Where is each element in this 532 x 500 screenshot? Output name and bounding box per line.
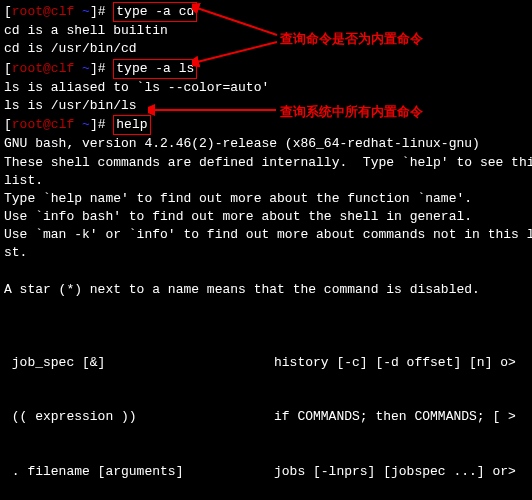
output-line: Use `man -k' or `info' to find out more … (4, 226, 528, 244)
annotation-1: 查询命令是否为内置命令 (280, 30, 423, 48)
help-item: history [-c] [-d offset] [n] o> (274, 354, 528, 372)
prompt-line-3: [root@clf ~]# help (4, 115, 528, 135)
svg-line-0 (197, 8, 277, 35)
output-line: Use `info bash' to find out more about t… (4, 208, 528, 226)
cmd-typed-1: type -a cd (113, 2, 197, 22)
arrow-icon (148, 102, 278, 118)
user-host: root@clf (12, 117, 74, 132)
output-line: A star (*) next to a name means that the… (4, 281, 528, 299)
cwd: ~ (82, 117, 90, 132)
output-line: ls is aliased to `ls --color=auto' (4, 79, 528, 97)
terminal[interactable]: [root@clf ~]# type -a cd cd is a shell b… (0, 0, 532, 500)
cmd-typed-3: help (113, 115, 150, 135)
help-item: job_spec [&] (4, 354, 274, 372)
blank-line (4, 299, 528, 317)
help-item: if COMMANDS; then COMMANDS; [ > (274, 408, 528, 426)
user-host: root@clf (12, 61, 74, 76)
blank-line (4, 263, 528, 281)
cmd-typed-2: type -a ls (113, 59, 197, 79)
svg-line-1 (197, 42, 277, 62)
arrow-icon (192, 40, 282, 70)
help-item: . filename [arguments] (4, 463, 274, 481)
help-item: jobs [-lnprs] [jobspec ...] or> (274, 463, 528, 481)
arrow-icon (192, 3, 282, 43)
help-col-left: job_spec [&] (( expression )) . filename… (4, 317, 274, 500)
help-columns: job_spec [&] (( expression )) . filename… (4, 317, 528, 500)
output-line: st. (4, 244, 528, 262)
annotation-2: 查询系统中所有内置命令 (280, 103, 423, 121)
user-host: root@clf (12, 4, 74, 19)
output-line: list. (4, 172, 528, 190)
output-line: Type `help name' to find out more about … (4, 190, 528, 208)
output-line: These shell commands are defined interna… (4, 154, 528, 172)
help-item: (( expression )) (4, 408, 274, 426)
cwd: ~ (82, 4, 90, 19)
help-col-right: history [-c] [-d offset] [n] o> if COMMA… (274, 317, 528, 500)
cwd: ~ (82, 61, 90, 76)
output-line: GNU bash, version 4.2.46(2)-release (x86… (4, 135, 528, 153)
